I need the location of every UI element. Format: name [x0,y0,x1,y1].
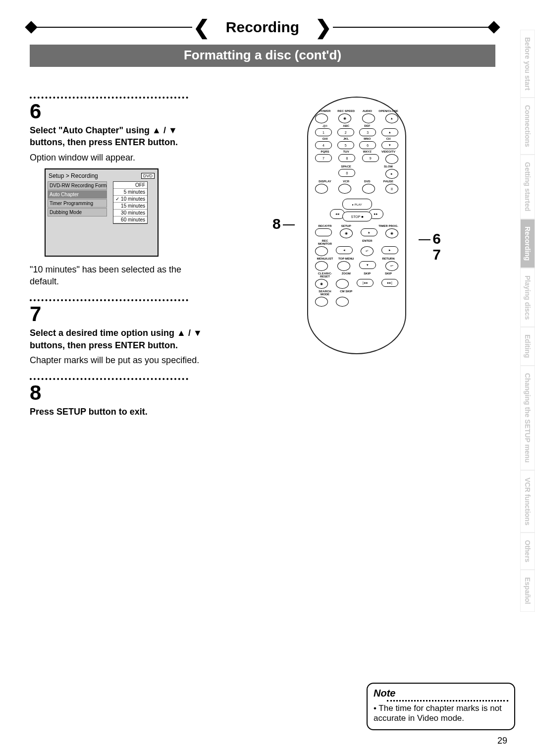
note-dots [387,700,508,702]
tab-recording: Recording [520,219,535,268]
recspeed-button: ◉ [338,113,351,123]
key-1: 1 [315,128,332,136]
option-item: 10 minutes [113,196,147,203]
skip-fwd-button: ▸▸| [381,279,398,287]
btn-label: OPEN/CLOSE [378,109,398,112]
option-item: 5 minutes [113,189,147,196]
btn-label: CH [378,137,398,140]
dotrule [30,97,188,99]
btn-label: SLOW [378,165,398,168]
step-number: 6 [30,100,208,123]
enter-button: ↵ [361,246,374,256]
top-menu-button [337,261,350,271]
btn-label: PAUSE [378,180,398,183]
btn-label: CLEAR/C-RESET [315,272,335,278]
step-number: 8 [30,381,208,405]
bracket-right: ❯ [314,17,333,37]
dvd-tag: DVD [141,173,155,179]
btn-label: TUV [336,150,356,153]
dotrule [30,378,188,380]
step-6-instruction: Select "Auto Chapter" using ▲ / ▼ button… [30,124,208,149]
btn-label: AUDIO [357,109,377,112]
dotrule [30,299,188,301]
skip-back-button: |◂◂ [357,279,374,287]
remote-body: POWER REC SPEED AUDIO OPEN/CLOSE ◉ ▴ [307,97,406,354]
key-6: 6 [359,141,376,149]
diamond-right [487,21,500,33]
tab-changing-setup: Changing the SETUP menu [520,366,535,470]
note-title: Note [374,688,508,699]
btn-label: .@/: [315,124,335,127]
btn-label: CM SKIP [336,290,356,296]
callout-7: 7 [432,246,441,263]
search-mode-button [315,297,328,307]
btn-label: DEF [357,124,377,127]
btn-label: GHI [315,137,335,140]
btn-label: PQRS [315,150,335,153]
ch-down: ▾ [381,141,398,149]
up-button: ▴ [361,228,377,236]
key-4: 4 [315,141,332,149]
btn-label: TIMER PROG. [378,224,398,227]
btn-label: REC/OTR [315,224,335,227]
key-3: 3 [359,128,376,136]
option-item: 60 minutes [113,216,147,223]
pause-button: II [385,184,398,194]
option-item: 30 minutes [113,210,147,216]
tab-vcr-functions: VCR functions [520,470,535,533]
step-7: 7 Select a desired time option using ▲ /… [30,299,208,366]
btn-label [378,124,398,127]
step-7-instruction: Select a desired time option using ▲ / ▼… [30,327,208,351]
option-item: OFF [113,182,147,189]
btn-label: SEARCH MODE [315,290,335,296]
stop-button: STOP ■ [342,212,372,221]
step-number: 7 [30,302,208,326]
rec-monitor-button [315,246,328,256]
rule-right [333,27,492,28]
btn-label: WXYZ [357,150,377,153]
tab-getting-started: Getting started [520,155,535,219]
side-tabs: Before you start Connections Getting sta… [520,30,535,612]
btn-label: JKL [336,137,356,140]
btn-label [315,165,335,168]
note-text: • The time for chapter marks is not accu… [374,703,508,723]
page-title: Recording [211,19,314,36]
rule-left [33,27,192,28]
key-5: 5 [337,141,354,149]
menu-item: Auto Chapter [48,190,107,199]
diamond-left [25,21,37,33]
openclose-button: ▴ [385,113,398,123]
btn-label: DVD [357,180,377,183]
btn-label: REC SPEED [336,109,356,112]
btn-label: RETURN [378,257,398,260]
step-8: 8 Press SETUP button to exit. [30,378,208,418]
tab-espanol: Español [520,570,535,611]
setup-dialog: Setup > Recording DVD DVD-RW Recording F… [45,168,159,257]
zoom-button [336,279,349,289]
vcr-button [338,184,351,194]
btn-label: MNO [357,137,377,140]
page-number: 29 [497,736,507,746]
return-button: ↩ [385,261,398,271]
tab-playing-discs: Playing discs [520,268,535,327]
transport-pad: ◂◂ ▸ PLAY ▸▸ STOP ■ [315,197,398,221]
ch-up: ▴ [381,128,398,136]
remote-illustration: 8 6 7 POWER REC SPEED AUDIO OPEN/CLOSE [292,97,421,354]
tab-connections: Connections [520,98,535,155]
callout-8: 8 [272,216,297,232]
btn-label: REC MONITOR [315,239,335,245]
dvd-button [362,184,375,194]
tab-editing: Editing [520,327,535,365]
menu-item: Dubbing Mode [48,208,107,216]
power-button [315,113,328,123]
menu-item: Timer Programming [48,199,107,208]
btn-label: ENTER [357,239,377,245]
dialog-options: OFF 5 minutes 10 minutes 15 minutes 30 m… [113,181,148,224]
note-box: Note • The time for chapter marks is not… [367,683,515,730]
step-7-body: Chapter marks will be put as you specifi… [30,354,208,366]
right-button: ▸ [381,246,398,254]
btn-label: ZOOM [336,272,356,278]
key-2: 2 [337,128,354,136]
play-button: ▸ PLAY [342,199,372,210]
key-8: 8 [338,154,355,162]
